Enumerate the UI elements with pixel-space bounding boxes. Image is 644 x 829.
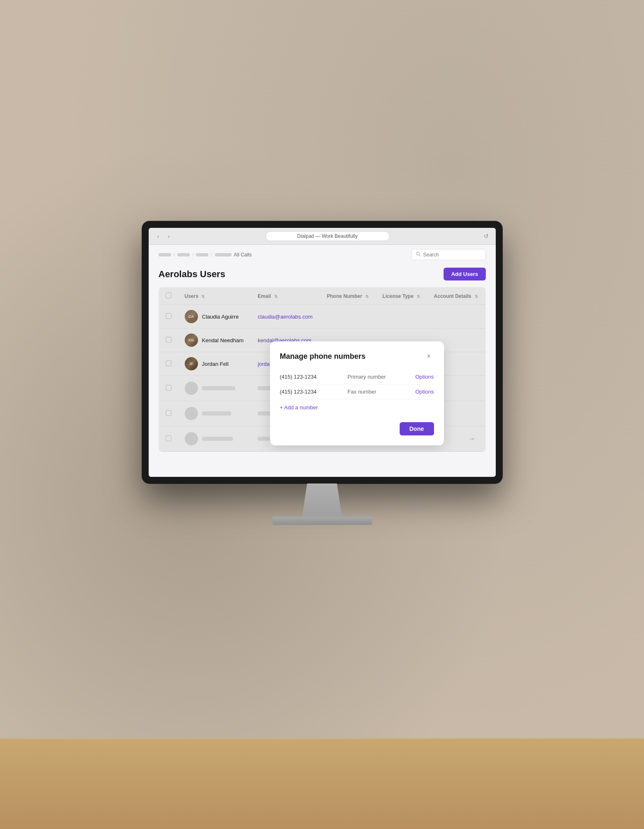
phone-row-2: (415) 123-1234 Fax number Options xyxy=(280,384,434,399)
add-users-button[interactable]: Add Users xyxy=(444,268,485,280)
phone-number-2: (415) 123-1234 xyxy=(280,389,345,395)
page-title: Aerolabs Users xyxy=(159,269,225,280)
phone-type-1: Primary number xyxy=(347,374,412,380)
options-link-1[interactable]: Options xyxy=(415,374,434,380)
monitor-base xyxy=(273,517,372,525)
page-header: Aerolabs Users Add Users xyxy=(149,264,496,287)
modal-title: Manage phone numbers xyxy=(280,352,366,361)
add-number-button[interactable]: + Add a number xyxy=(280,399,318,416)
table-container: Manage phone numbers × (415) 123-1234 Pr… xyxy=(159,287,486,452)
browser-chrome: ‹ › Dialpad — Work Beautifully ↺ xyxy=(149,228,496,245)
breadcrumb-seg-2 xyxy=(177,253,190,256)
breadcrumb-bar: / / / All Calls xyxy=(149,245,496,264)
monitor-stand xyxy=(142,483,502,525)
breadcrumb: / / / All Calls xyxy=(159,252,252,258)
breadcrumb-seg-1 xyxy=(159,253,171,256)
svg-line-1 xyxy=(419,255,420,256)
search-bar[interactable] xyxy=(411,249,486,260)
monitor-bezel: ‹ › Dialpad — Work Beautifully ↺ / / / xyxy=(142,221,502,483)
breadcrumb-current: All Calls xyxy=(234,252,252,258)
modal-close-button[interactable]: × xyxy=(424,351,434,361)
modal-header: Manage phone numbers × xyxy=(280,351,434,361)
desk-surface xyxy=(0,738,644,829)
manage-phone-numbers-modal: Manage phone numbers × (415) 123-1234 Pr… xyxy=(270,341,444,445)
done-button[interactable]: Done xyxy=(400,422,434,435)
breadcrumb-seg-4 xyxy=(215,253,232,256)
monitor-neck xyxy=(297,483,347,517)
modal-footer: Done xyxy=(280,422,434,435)
app-content: / / / All Calls xyxy=(149,245,496,477)
monitor-screen: ‹ › Dialpad — Work Beautifully ↺ / / / xyxy=(149,228,496,477)
options-link-2[interactable]: Options xyxy=(415,389,434,395)
search-icon xyxy=(416,251,421,258)
browser-address-bar[interactable]: Dialpad — Work Beautifully xyxy=(265,231,390,241)
phone-number-1: (415) 123-1234 xyxy=(280,374,345,380)
search-input[interactable] xyxy=(423,252,481,258)
browser-nav: ‹ › xyxy=(154,232,174,241)
browser-back-button[interactable]: ‹ xyxy=(154,232,163,241)
phone-row-1: (415) 123-1234 Primary number Options xyxy=(280,370,434,384)
phone-type-2: Fax number xyxy=(347,389,412,395)
monitor: ‹ › Dialpad — Work Beautifully ↺ / / / xyxy=(142,221,502,525)
browser-forward-button[interactable]: › xyxy=(164,232,174,241)
breadcrumb-seg-3 xyxy=(196,253,208,256)
browser-reload-button[interactable]: ↺ xyxy=(482,232,491,241)
